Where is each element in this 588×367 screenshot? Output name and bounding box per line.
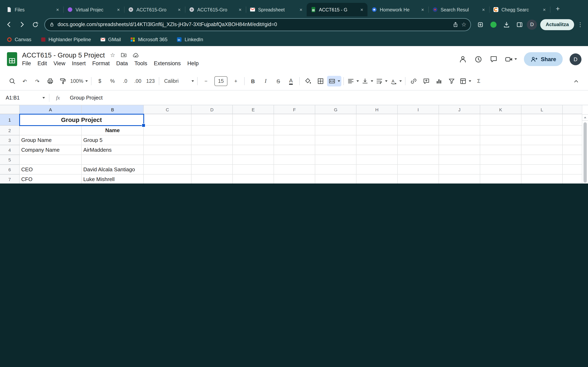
search-button[interactable] (6, 76, 18, 86)
menu-tools[interactable]: Tools (131, 59, 150, 67)
version-history-icon[interactable] (474, 55, 483, 63)
cell-K6[interactable] (480, 165, 521, 175)
extensions-icon[interactable] (475, 19, 486, 30)
column-header-stub[interactable] (563, 105, 582, 114)
comments-icon[interactable] (490, 55, 498, 63)
close-tab-icon[interactable]: × (420, 7, 425, 12)
paint-format-button[interactable] (56, 76, 69, 86)
star-doc-icon[interactable]: ☆ (110, 52, 115, 58)
cell-C6[interactable] (144, 165, 191, 175)
cell-J4[interactable] (439, 145, 480, 155)
name-box-dropdown-icon[interactable] (43, 97, 45, 99)
browser-tab-acct615-gro[interactable]: ACCT615-Gro× (185, 3, 246, 16)
print-button[interactable] (44, 76, 56, 86)
cell-D2[interactable] (191, 125, 233, 135)
cell-L6[interactable] (521, 165, 563, 175)
cell-L4[interactable] (521, 145, 563, 155)
extension-badge-icon[interactable] (488, 19, 499, 30)
close-tab-icon[interactable]: × (298, 7, 304, 12)
browser-tab-homework-he[interactable]: Homework He× (367, 3, 428, 16)
cell-B2[interactable]: Name (82, 125, 144, 135)
browser-tab-acct615-g[interactable]: ACCT615 - G× (307, 3, 367, 16)
insert-comment-button[interactable] (420, 76, 433, 86)
cloud-status-icon[interactable] (132, 52, 139, 58)
cell-A1[interactable]: Group Project (20, 114, 144, 125)
merge-cells-button[interactable] (327, 76, 341, 86)
column-header-I[interactable]: I (398, 105, 439, 114)
column-header-L[interactable]: L (521, 105, 563, 114)
bookmark-highlander-pipeline[interactable]: Highlander Pipeline (40, 36, 91, 42)
collapse-toolbar-button[interactable] (570, 76, 582, 86)
browser-menu-icon[interactable]: ⋮ (576, 21, 585, 28)
cell-F2[interactable] (274, 125, 315, 135)
cell-A2[interactable] (20, 125, 82, 135)
cell-H3[interactable] (356, 135, 398, 145)
row-header-1[interactable]: 1 (0, 114, 20, 125)
cell-I2[interactable] (398, 125, 439, 135)
cell-G3[interactable] (315, 135, 356, 145)
close-tab-icon[interactable]: × (541, 7, 547, 12)
insert-chart-button[interactable] (433, 76, 445, 86)
cell-E5[interactable] (233, 155, 274, 165)
bookmark-star-icon[interactable]: ☆ (461, 21, 467, 28)
cell-A6[interactable]: CEO (20, 165, 82, 175)
cell-L2[interactable] (521, 125, 563, 135)
cell-stub-7[interactable] (563, 175, 582, 184)
cell-I7[interactable] (398, 175, 439, 184)
functions-button[interactable]: Σ (472, 76, 485, 86)
cell-stub-6[interactable] (563, 165, 582, 175)
side-panel-icon[interactable] (514, 19, 525, 30)
cell-K5[interactable] (480, 155, 521, 165)
cell-B6[interactable]: David Alcala Santiago (82, 165, 144, 175)
row-header-6[interactable]: 6 (0, 165, 20, 175)
table-views-button[interactable] (458, 76, 472, 86)
browser-tab-search-resul[interactable]: Search Resul× (428, 3, 489, 16)
menu-view[interactable]: View (50, 59, 69, 67)
cell-C1[interactable] (144, 114, 191, 125)
cell-B4[interactable]: AirMaddens (82, 145, 144, 155)
browser-tab-chegg-searc[interactable]: Chegg Searc× (489, 3, 550, 16)
menu-extensions[interactable]: Extensions (150, 59, 184, 67)
downloads-icon[interactable] (501, 19, 512, 30)
redo-button[interactable]: ↷ (31, 76, 44, 86)
cell-E4[interactable] (233, 145, 274, 155)
cell-B3[interactable]: Group 5 (82, 135, 144, 145)
reload-button[interactable] (29, 19, 41, 30)
cell-D5[interactable] (191, 155, 233, 165)
url-bar[interactable]: docs.google.com/spreadsheets/d/14KTI3lGn… (45, 18, 471, 30)
cell-stub-4[interactable] (563, 145, 582, 155)
horizontal-align-button[interactable] (346, 76, 360, 86)
cell-G7[interactable] (315, 175, 356, 184)
increase-font-button[interactable]: + (229, 76, 242, 86)
cell-J2[interactable] (439, 125, 480, 135)
cell-C3[interactable] (144, 135, 191, 145)
vertical-align-button[interactable] (360, 76, 374, 86)
menu-help[interactable]: Help (184, 59, 202, 67)
cell-C4[interactable] (144, 145, 191, 155)
column-header-H[interactable]: H (356, 105, 398, 114)
cell-L7[interactable] (521, 175, 563, 184)
meet-dropdown-icon[interactable] (515, 58, 517, 60)
row-header-4[interactable]: 4 (0, 145, 20, 155)
meet-video-button[interactable] (505, 55, 517, 63)
create-filter-button[interactable] (445, 76, 458, 86)
currency-format-button[interactable]: $ (94, 76, 106, 86)
fill-color-button[interactable] (302, 76, 314, 86)
insert-link-button[interactable] (407, 76, 420, 86)
row-header-3[interactable]: 3 (0, 135, 20, 145)
cell-J7[interactable] (439, 175, 480, 184)
number-format-button[interactable]: 123 (144, 76, 157, 86)
cell-K4[interactable] (480, 145, 521, 155)
cell-stub-5[interactable] (563, 155, 582, 165)
cell-I5[interactable] (398, 155, 439, 165)
cell-E2[interactable] (233, 125, 274, 135)
cell-E3[interactable] (233, 135, 274, 145)
cell-B7[interactable]: Luke Mishrell (82, 175, 144, 184)
column-header-B[interactable]: B (82, 105, 144, 114)
cell-D7[interactable] (191, 175, 233, 184)
bookmark-microsoft-365[interactable]: Microsoft 365 (130, 36, 167, 42)
bookmark-canvas[interactable]: Canvas (7, 36, 31, 42)
cell-G4[interactable] (315, 145, 356, 155)
cell-F7[interactable] (274, 175, 315, 184)
cell-J5[interactable] (439, 155, 480, 165)
